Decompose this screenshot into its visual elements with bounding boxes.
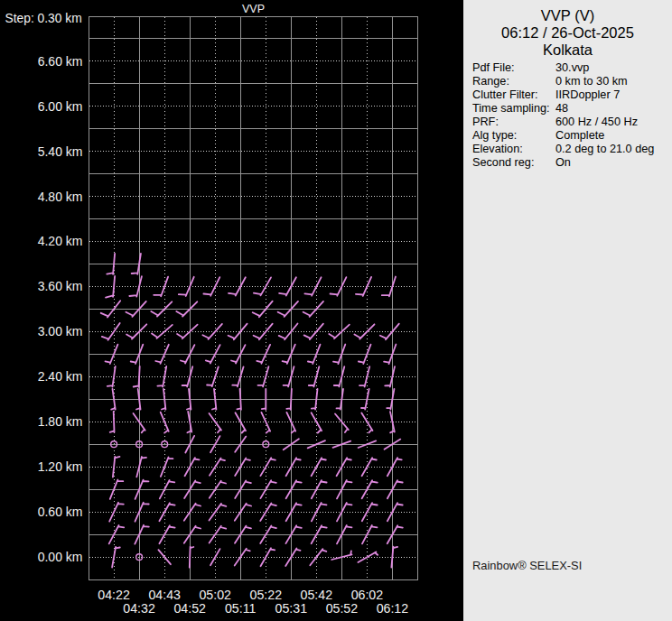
svg-text:0.60 km: 0.60 km: [38, 505, 83, 519]
svg-text:04:43: 04:43: [148, 588, 181, 602]
svg-text:Elevation:: Elevation:: [472, 143, 523, 155]
svg-text:Range:: Range:: [472, 75, 509, 88]
svg-text:0 km to 30 km: 0 km to 30 km: [555, 75, 628, 88]
svg-text:05:31: 05:31: [275, 601, 308, 616]
svg-text:05:02: 05:02: [199, 588, 231, 602]
svg-text:VVP (V): VVP (V): [541, 7, 594, 23]
svg-text:IIRDoppler 7: IIRDoppler 7: [555, 88, 620, 101]
svg-text:VVP: VVP: [242, 3, 265, 15]
svg-text:Rainbow® SELEX-SI: Rainbow® SELEX-SI: [472, 559, 582, 572]
svg-text:04:32: 04:32: [123, 601, 155, 616]
svg-text:1.20 km: 1.20 km: [38, 459, 83, 474]
svg-text:Alg type:: Alg type:: [472, 129, 517, 142]
svg-text:Step: 0.30 km: Step: 0.30 km: [5, 12, 82, 25]
svg-text:Time sampling:: Time sampling:: [472, 102, 550, 115]
svg-text:05:11: 05:11: [225, 601, 257, 616]
svg-text:0.00 km: 0.00 km: [38, 550, 83, 564]
svg-text:5.40 km: 5.40 km: [38, 144, 83, 159]
svg-text:6.60 km: 6.60 km: [38, 54, 83, 69]
svg-text:On: On: [555, 156, 571, 169]
svg-text:06:12: 06:12: [377, 601, 409, 616]
svg-text:1.80 km: 1.80 km: [38, 414, 83, 429]
svg-text:600 Hz / 450 Hz: 600 Hz / 450 Hz: [555, 116, 638, 128]
svg-text:3.00 km: 3.00 km: [38, 324, 83, 338]
svg-text:4.80 km: 4.80 km: [38, 190, 83, 204]
svg-text:48: 48: [555, 102, 568, 115]
svg-text:05:42: 05:42: [301, 588, 333, 602]
svg-text:Complete: Complete: [555, 129, 604, 142]
svg-text:2.40 km: 2.40 km: [38, 369, 83, 384]
svg-text:Pdf File:: Pdf File:: [472, 61, 515, 74]
svg-text:Kolkata: Kolkata: [543, 42, 593, 58]
svg-text:0.2 deg to 21.0 deg: 0.2 deg to 21.0 deg: [555, 143, 654, 155]
svg-text:6.00 km: 6.00 km: [38, 99, 83, 114]
svg-text:04:22: 04:22: [98, 588, 130, 602]
svg-text:05:52: 05:52: [326, 601, 359, 616]
svg-text:06:12 / 26-Oct-2025: 06:12 / 26-Oct-2025: [501, 24, 634, 41]
svg-text:Second reg:: Second reg:: [472, 156, 534, 169]
svg-text:Clutter Filter:: Clutter Filter:: [472, 88, 538, 101]
svg-text:4.20 km: 4.20 km: [38, 234, 83, 248]
svg-text:30.vvp: 30.vvp: [555, 61, 589, 74]
svg-text:05:22: 05:22: [250, 588, 283, 602]
svg-text:3.60 km: 3.60 km: [38, 279, 83, 293]
svg-text:PRF:: PRF:: [472, 116, 499, 128]
svg-text:06:02: 06:02: [351, 588, 384, 602]
svg-text:04:52: 04:52: [173, 601, 206, 616]
